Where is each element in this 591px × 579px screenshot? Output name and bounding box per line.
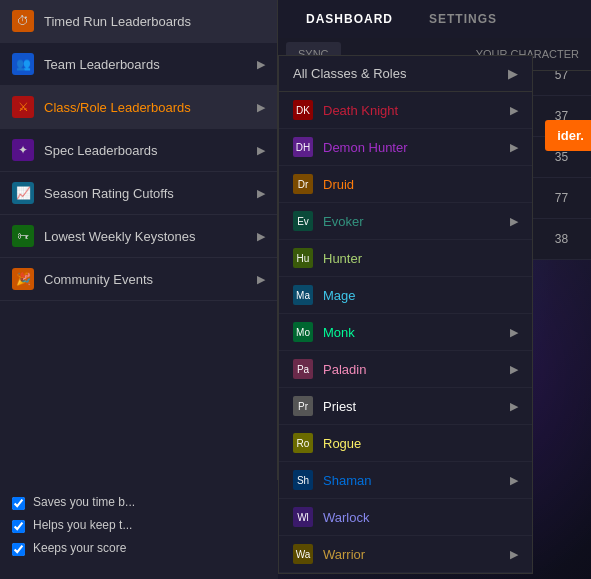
chevron-right-icon: ▶ (510, 104, 518, 117)
tab-dashboard[interactable]: DASHBOARD (288, 0, 411, 40)
checkbox-saves-time: Saves you time b... (12, 495, 266, 510)
sidebar-item-label: Season Rating Cutoffs (44, 186, 174, 201)
sidebar-item-label: Lowest Weekly Keystones (44, 229, 196, 244)
mage-icon: Ma (293, 285, 313, 305)
chevron-right-icon: ▶ (510, 215, 518, 228)
chevron-right-icon: ▶ (510, 474, 518, 487)
sidebar-item-label: Community Events (44, 272, 153, 287)
helps-keep-label: Helps you keep t... (33, 518, 132, 532)
checkbox-helps-keep: Helps you keep t... (12, 518, 266, 533)
team-icon: 👥 (12, 53, 34, 75)
main-area: DASHBOARD SETTINGS SYNC YOUR CHARACTER A… (278, 0, 591, 579)
tab-settings[interactable]: SETTINGS (411, 0, 515, 40)
chevron-right-icon: ▶ (508, 66, 518, 81)
chevron-right-icon: ▶ (510, 326, 518, 339)
class-label: Shaman (323, 473, 371, 488)
sidebar-item-team[interactable]: 👥 Team Leaderboards ▶ (0, 43, 277, 86)
right-num-5: 38 (532, 219, 591, 260)
lowest-weekly-icon: 🗝 (12, 225, 34, 247)
shaman-icon: Sh (293, 470, 313, 490)
monk-icon: Mo (293, 322, 313, 342)
sidebar-item-class-role[interactable]: ⚔ Class/Role Leaderboards ▶ (0, 86, 277, 129)
checkbox-keeps-score: Keeps your score (12, 541, 266, 556)
rogue-icon: Ro (293, 433, 313, 453)
sidebar-bottom-section: Saves you time b... Helps you keep t... … (0, 480, 278, 579)
chevron-right-icon: ▶ (510, 548, 518, 561)
sidebar-item-lowest-weekly[interactable]: 🗝 Lowest Weekly Keystones ▶ (0, 215, 277, 258)
demon-hunter-icon: DH (293, 137, 313, 157)
class-item-death-knight[interactable]: DK Death Knight ▶ (279, 92, 532, 129)
class-label: Priest (323, 399, 356, 414)
class-item-monk[interactable]: Mo Monk ▶ (279, 314, 532, 351)
header-tabs: DASHBOARD SETTINGS (278, 0, 591, 40)
right-num-4: 77 (532, 178, 591, 219)
paladin-icon: Pa (293, 359, 313, 379)
orange-badge: ider. (545, 120, 591, 151)
dropdown-header-all-classes[interactable]: All Classes & Roles ▶ (279, 56, 532, 92)
class-label: Rogue (323, 436, 361, 451)
class-label: Monk (323, 325, 355, 340)
sidebar-item-spec[interactable]: ✦ Spec Leaderboards ▶ (0, 129, 277, 172)
season-icon: 📈 (12, 182, 34, 204)
spec-icon: ✦ (12, 139, 34, 161)
chevron-right-icon: ▶ (257, 101, 265, 114)
community-icon: 🎉 (12, 268, 34, 290)
all-classes-label: All Classes & Roles (293, 66, 406, 81)
saves-time-label: Saves you time b... (33, 495, 135, 509)
chevron-right-icon: ▶ (257, 187, 265, 200)
timed-run-icon: ⏱ (12, 10, 34, 32)
sidebar-item-label: Timed Run Leaderboards (44, 14, 191, 29)
class-dropdown-panel: All Classes & Roles ▶ DK Death Knight ▶ … (278, 55, 533, 574)
class-label: Death Knight (323, 103, 398, 118)
class-label: Demon Hunter (323, 140, 408, 155)
class-label: Hunter (323, 251, 362, 266)
class-item-paladin[interactable]: Pa Paladin ▶ (279, 351, 532, 388)
chevron-right-icon: ▶ (257, 144, 265, 157)
class-item-shaman[interactable]: Sh Shaman ▶ (279, 462, 532, 499)
class-role-icon: ⚔ (12, 96, 34, 118)
warlock-icon: Wl (293, 507, 313, 527)
class-item-druid[interactable]: Dr Druid (279, 166, 532, 203)
class-item-priest[interactable]: Pr Priest ▶ (279, 388, 532, 425)
priest-icon: Pr (293, 396, 313, 416)
class-label: Mage (323, 288, 356, 303)
class-label: Warrior (323, 547, 365, 562)
warrior-icon: Wa (293, 544, 313, 564)
chevron-right-icon: ▶ (257, 58, 265, 71)
chevron-right-icon: ▶ (510, 141, 518, 154)
class-item-rogue[interactable]: Ro Rogue (279, 425, 532, 462)
keeps-score-checkbox[interactable] (12, 543, 25, 556)
sidebar-item-label: Spec Leaderboards (44, 143, 157, 158)
right-numbers-column: 57 37 35 77 38 (531, 55, 591, 260)
class-label: Warlock (323, 510, 369, 525)
sidebar: ⏱ Timed Run Leaderboards 👥 Team Leaderbo… (0, 0, 278, 579)
sidebar-item-label: Team Leaderboards (44, 57, 160, 72)
sidebar-item-label: Class/Role Leaderboards (44, 100, 191, 115)
class-item-hunter[interactable]: Hu Hunter (279, 240, 532, 277)
chevron-right-icon: ▶ (510, 363, 518, 376)
class-item-mage[interactable]: Ma Mage (279, 277, 532, 314)
chevron-right-icon: ▶ (257, 230, 265, 243)
sidebar-item-season[interactable]: 📈 Season Rating Cutoffs ▶ (0, 172, 277, 215)
chevron-right-icon: ▶ (510, 400, 518, 413)
class-item-evoker[interactable]: Ev Evoker ▶ (279, 203, 532, 240)
class-label: Druid (323, 177, 354, 192)
class-item-demon-hunter[interactable]: DH Demon Hunter ▶ (279, 129, 532, 166)
class-label: Paladin (323, 362, 366, 377)
sidebar-item-timed-run[interactable]: ⏱ Timed Run Leaderboards (0, 0, 277, 43)
keeps-score-label: Keeps your score (33, 541, 126, 555)
death-knight-icon: DK (293, 100, 313, 120)
hunter-icon: Hu (293, 248, 313, 268)
saves-time-checkbox[interactable] (12, 497, 25, 510)
druid-icon: Dr (293, 174, 313, 194)
class-item-warrior[interactable]: Wa Warrior ▶ (279, 536, 532, 573)
class-item-warlock[interactable]: Wl Warlock (279, 499, 532, 536)
sidebar-item-community[interactable]: 🎉 Community Events ▶ (0, 258, 277, 301)
helps-keep-checkbox[interactable] (12, 520, 25, 533)
class-label: Evoker (323, 214, 363, 229)
evoker-icon: Ev (293, 211, 313, 231)
chevron-right-icon: ▶ (257, 273, 265, 286)
